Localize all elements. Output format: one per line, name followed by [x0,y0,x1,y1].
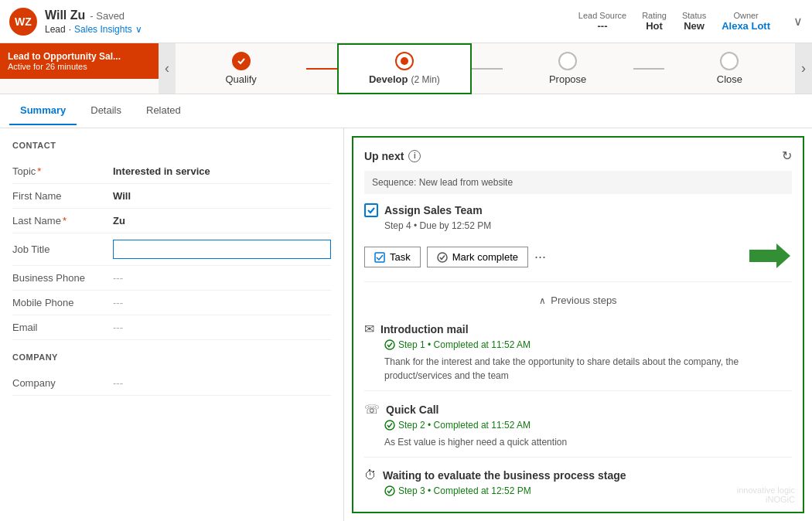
sequence-bar: Sequence: New lead from website [364,171,792,194]
field-first-name: First Name Will [12,184,331,209]
meta-owner: Owner Alexa Lott [722,11,770,32]
step-introduction-mail: ✉ Introduction mail Step 1 • Completed a… [364,322,792,383]
meta-rating: Rating Hot [642,11,667,32]
step-quick-call: ☏ Quick Call Step 2 • Completed at 11:52… [364,402,792,449]
step3-check-icon [384,485,395,496]
step1-title: Introduction mail [380,323,469,335]
header-expand-chevron[interactable]: ∨ [793,14,803,29]
stage-qualify-label: Qualify [225,73,256,85]
task-actions-row: Task Mark complete ··· [364,240,792,274]
avatar: WZ [9,8,37,36]
step2-header: ☏ Quick Call [364,402,792,417]
step2-title: Quick Call [386,404,438,416]
svg-rect-0 [375,253,384,262]
header-saved: - Saved [90,10,125,22]
field-mobilephone-value: --- [113,297,331,308]
field-email-label: Email [12,322,113,333]
header-subtitle: Lead · Sales Insights ∨ [45,24,578,35]
tabs-bar: Summary Details Related [0,94,812,128]
green-arrow-indicator [745,240,792,274]
step2-status: Step 2 • Completed at 11:52 AM [384,420,792,431]
field-email: Email --- [12,315,331,340]
tab-details[interactable]: Details [80,97,132,125]
stage-propose-label: Propose [549,73,586,85]
step1-status: Step 1 • Completed at 11:52 AM [384,339,792,350]
company-section-title: COMPANY [12,352,331,362]
field-business-phone: Business Phone --- [12,266,331,291]
info-icon[interactable]: i [408,150,421,162]
tab-summary[interactable]: Summary [9,97,77,125]
stage-develop-time: (2 Min) [411,74,439,85]
header-meta: Lead Source --- Rating Hot Status New Ow… [578,11,803,32]
field-lastname-value: Zu [113,215,331,226]
step3-title: Waiting to evaluate the business process… [383,469,626,482]
phone-icon: ☏ [364,402,380,417]
field-topic-value: Interested in service [113,165,331,177]
meta-lead-source: Lead Source --- [578,11,626,32]
svg-point-4 [385,421,394,430]
field-company-value: --- [113,377,331,389]
field-topic: Topic* Interested in service [12,159,331,184]
alert-bar[interactable]: Lead to Opportunity Sal... Active for 26… [0,43,159,79]
field-job-title: Job Title [12,233,331,266]
left-panel: CONTACT Topic* Interested in service Fir… [0,128,344,521]
breadcrumb-link[interactable]: Sales Insights [74,24,132,35]
stage-nav-right[interactable]: › [795,43,812,94]
header-title-area: Will Zu - Saved Lead · Sales Insights ∨ [45,9,578,35]
task-button[interactable]: Task [364,247,421,267]
up-next-title: Up next i [364,150,421,162]
mail-icon: ✉ [364,322,374,336]
stage-propose[interactable]: Propose [503,43,633,94]
svg-point-5 [385,486,394,495]
svg-marker-2 [749,243,790,268]
svg-point-3 [385,340,394,349]
field-mobilephone-label: Mobile Phone [12,297,113,308]
task-title: Assign Sales Team [384,204,483,216]
field-firstname-label: First Name [12,190,113,202]
stage-nav-left[interactable]: ‹ [159,43,176,94]
more-options-button[interactable]: ··· [534,249,546,265]
field-company: Company --- [12,371,331,396]
stage-close-label: Close [717,73,742,85]
stage-close[interactable]: Close [664,43,795,94]
task-header: Assign Sales Team [364,203,792,217]
task-checkbox-icon [364,203,378,217]
top-header: WZ Will Zu - Saved Lead · Sales Insights… [0,0,812,43]
step3-status: Step 3 • Completed at 12:52 PM [384,485,792,496]
svg-point-1 [438,253,447,262]
alert-title: Lead to Opportunity Sal... [8,51,121,62]
field-jobtitle-label: Job Title [12,243,113,255]
record-type: Lead [45,24,66,35]
stage-close-circle [720,52,739,70]
step2-check-icon [384,420,395,431]
company-section: COMPANY Company --- [12,352,331,396]
field-topic-label: Topic* [12,165,113,177]
field-businessphone-label: Business Phone [12,272,113,284]
watermark: innovative logic iNOGiC [737,485,795,504]
stage-connector-1 [306,68,337,70]
tab-related[interactable]: Related [135,97,192,125]
field-mobile-phone: Mobile Phone --- [12,291,331,315]
timer-icon: ⏱ [364,468,377,482]
step2-desc: As Est value is higher need a quick atte… [384,435,792,449]
field-email-value: --- [113,322,331,333]
field-businessphone-value: --- [113,272,331,284]
field-company-label: Company [12,377,113,389]
job-title-input[interactable] [113,240,331,259]
stage-propose-circle [558,52,577,70]
refresh-button[interactable]: ↻ [782,148,792,163]
stage-qualify[interactable]: Qualify [176,43,306,94]
divider2 [364,390,792,391]
up-next-container: Up next i ↻ Sequence: New lead from webs… [352,136,804,513]
prev-steps-toggle[interactable]: ∧ Previous steps [364,290,792,311]
mark-complete-button[interactable]: Mark complete [427,247,528,267]
stage-connector-2 [472,68,503,70]
stage-develop[interactable]: Develop (2 Min) [337,43,471,94]
stage-develop-label: Develop [369,73,408,85]
header-name: Will Zu [45,9,85,22]
step1-check-icon [384,339,395,350]
current-task: Assign Sales Team Step 4 • Due by 12:52 … [364,203,792,274]
breadcrumb-chevron[interactable]: ∨ [135,24,142,35]
field-lastname-label: Last Name* [12,215,113,226]
chevron-up-icon: ∧ [539,295,546,306]
